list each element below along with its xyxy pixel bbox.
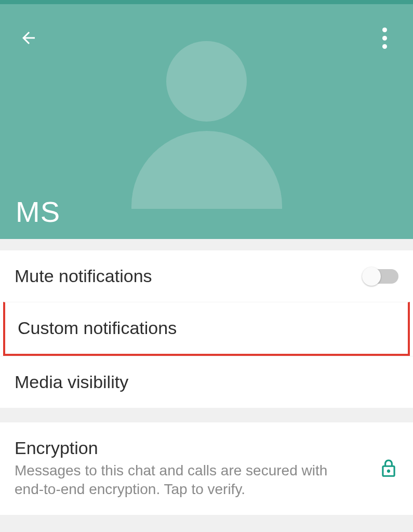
encryption-label: Encryption	[15, 438, 337, 458]
mute-toggle[interactable]	[363, 269, 398, 284]
back-button[interactable]	[16, 25, 42, 51]
media-visibility-label: Media visibility	[15, 372, 128, 392]
encryption-description: Messages to this chat and calls are secu…	[15, 461, 337, 499]
toggle-knob	[362, 267, 381, 286]
avatar-body	[131, 131, 282, 209]
contact-header: MS	[0, 4, 413, 239]
encryption-section: Encryption Messages to this chat and cal…	[0, 422, 413, 515]
default-avatar	[131, 41, 282, 209]
custom-notifications-label: Custom notifications	[18, 318, 177, 338]
notifications-section: Mute notifications Custom notifications …	[0, 250, 413, 408]
mute-notifications-row[interactable]: Mute notifications	[0, 250, 413, 302]
contact-name: MS	[16, 195, 60, 229]
encryption-content: Encryption Messages to this chat and cal…	[15, 438, 337, 499]
mute-notifications-label: Mute notifications	[15, 266, 152, 286]
status-bar	[0, 0, 413, 4]
media-visibility-row[interactable]: Media visibility	[0, 356, 413, 408]
lock-icon	[379, 459, 398, 478]
more-options-button[interactable]	[371, 25, 397, 51]
more-vertical-icon	[382, 28, 387, 49]
encryption-row[interactable]: Encryption Messages to this chat and cal…	[0, 422, 413, 515]
custom-notifications-row[interactable]: Custom notifications	[3, 302, 410, 356]
avatar-head	[166, 41, 247, 122]
back-arrow-icon	[19, 29, 38, 47]
